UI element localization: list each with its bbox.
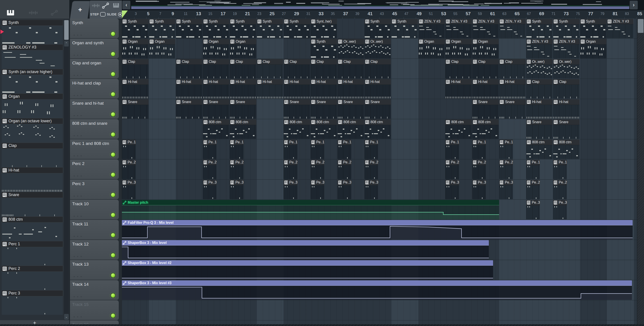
clip-header[interactable]: Snare (230, 99, 256, 105)
pattern-clip-perc[interactable]: Pe..3 (122, 180, 136, 199)
track-header-track-11[interactable]: Track 11▪ ▪ ▪ (70, 220, 119, 240)
pattern-clip-hihat[interactable]: Hi-hat (553, 99, 580, 119)
clip-header[interactable]: Synth (364, 19, 391, 24)
pattern-clip-synth[interactable]: Synth (526, 19, 553, 38)
pattern-clip-perc[interactable]: Pe..1 (203, 140, 217, 159)
pattern-clip-synth[interactable]: Synth (284, 19, 310, 38)
pattern-clip-synth[interactable]: Synth (176, 19, 202, 38)
vertical-scrollbar[interactable] (637, 18, 644, 326)
pattern-clip-perc[interactable]: Pe..2 (472, 160, 486, 179)
pattern-clip-perc[interactable]: Pe..2 (310, 160, 324, 179)
automation-clip[interactable]: ShaperBox 3 - Mix level #2 (122, 260, 493, 280)
track-options-dots[interactable]: ▪ ▪ ▪ (74, 114, 82, 118)
clip-header[interactable]: Hi-hat (526, 99, 553, 105)
pattern-clip-perc[interactable]: Pe..2 (499, 160, 513, 179)
clip-header[interactable]: 808 ctm (203, 120, 230, 125)
pattern-clip-organ[interactable]: Organ (230, 39, 256, 58)
pattern-clip-synth[interactable]: Synth (122, 19, 148, 38)
track-options-dots[interactable]: ▪ ▪ ▪ (74, 315, 82, 318)
clip-header[interactable]: Or..wer) (526, 59, 553, 64)
clip-header[interactable]: Pe..3 (284, 180, 298, 185)
clip-header[interactable]: Pe..1 (364, 140, 378, 145)
pattern-clip-zen[interactable]: ZEN..Y #3 (553, 39, 580, 58)
pattern-clip-perc[interactable]: Pe..2 (122, 160, 136, 179)
clip-header[interactable]: Pe..1 (526, 160, 540, 165)
pattern-clip-organ[interactable]: Organ (149, 39, 176, 58)
track-mute-led[interactable] (110, 112, 116, 117)
pattern-clip-snare[interactable]: Snare (203, 99, 230, 119)
track-header-track-13[interactable]: Track 13▪ ▪ ▪ (70, 260, 119, 280)
track-header-808-ctm-and-snare[interactable]: 808 ctm and snare▪ ▪ ▪ (70, 119, 119, 139)
pattern-clip-hihat[interactable]: Hi-hat (203, 79, 230, 98)
clip-header[interactable]: Pe..3 (230, 180, 244, 185)
track-header-synth[interactable]: Synth▪ ▪ ▪ (70, 18, 119, 38)
pattern-clip-hihat[interactable]: Hi-hat (499, 79, 526, 98)
pattern-clip-perc[interactable]: Pe..2 (445, 160, 459, 179)
pattern-clip-snare[interactable]: Snare (364, 99, 391, 119)
clip-header[interactable]: Synth (257, 19, 283, 24)
pattern-clip-x808[interactable]: 808 ctm (553, 140, 580, 159)
pattern-clip-hihat[interactable]: Hi-hat (257, 79, 283, 98)
pattern-clip-clap[interactable]: Clap (310, 59, 337, 78)
clip-header[interactable]: 808 ctm (445, 120, 472, 125)
clip-header[interactable]: ZEN..Y #3 (553, 39, 580, 44)
track-mute-led[interactable] (110, 253, 116, 258)
clip-header[interactable]: Synth (580, 19, 607, 24)
clip-header[interactable]: Or..wer) (553, 59, 580, 64)
automation-clip[interactable]: ShaperBox 3 - Mix level (122, 240, 489, 260)
clip-header[interactable]: Hi-hat (445, 79, 472, 85)
pattern-clip-organ[interactable]: Organ (203, 39, 230, 58)
pattern-clip-perc[interactable]: Pe..2 (526, 180, 540, 199)
track-options-dots[interactable]: ▪ ▪ ▪ (74, 53, 82, 57)
pattern-item-perc-2[interactable]: Perc 2 (1, 266, 63, 290)
pattern-clip-snare[interactable]: Snare (526, 120, 553, 139)
pattern-clip-perc[interactable]: Pe..3 (338, 180, 351, 199)
automation-icon[interactable] (51, 10, 58, 16)
clip-header[interactable]: Pe..3 (310, 180, 324, 185)
pattern-clip-orlow[interactable]: Or..wer) (553, 59, 580, 78)
step-toggle[interactable] (100, 12, 106, 16)
pattern-clip-zen[interactable]: ZEN..Y #3 (526, 39, 553, 58)
clip-header[interactable]: Pe..1 (553, 160, 567, 165)
clip-header[interactable]: Pe..2 (203, 160, 217, 165)
pattern-clip-clap[interactable]: Clap (230, 59, 256, 78)
clip-header[interactable]: 808 ctm (284, 120, 310, 125)
clip-header[interactable]: Snare (284, 99, 310, 105)
track-mute-led[interactable] (110, 232, 116, 238)
pattern-clip-hihat[interactable]: Hi-hat (526, 99, 553, 119)
track-options-dots[interactable]: ▪ ▪ ▪ (74, 174, 82, 178)
automation-clip-header[interactable]: ShaperBox 3 - Mix level #3 (122, 280, 632, 286)
pattern-clip-perc[interactable]: Pe..3 (284, 180, 298, 199)
pattern-clip-x808[interactable]: 808 ctm (310, 120, 337, 139)
clip-header[interactable]: Pe..2 (445, 160, 459, 165)
pattern-clip-hihat[interactable]: Hi-hat (122, 79, 148, 98)
pattern-clip-x808[interactable]: 808 ctm (445, 120, 472, 139)
track-mute-led[interactable] (110, 132, 116, 137)
automation-clip[interactable]: ShaperBox 3 - Mix level #3 (122, 280, 632, 300)
pattern-clip-hihat[interactable]: Hi-hat (338, 79, 364, 98)
pattern-clip-clap[interactable]: Clap (284, 59, 310, 78)
track-mute-led[interactable] (110, 31, 116, 36)
pattern-clip-orlow[interactable]: Or..wer) (526, 59, 553, 78)
pattern-item-synth-an-octave-higher-[interactable]: Synth (an octave higher) (1, 69, 63, 94)
clip-header[interactable]: Clap (338, 59, 364, 64)
pattern-clip-perc[interactable]: Pe..3 (499, 180, 513, 199)
pattern-item-header[interactable]: Organ (an octave lower) (1, 118, 63, 124)
track-mute-led[interactable] (110, 313, 116, 318)
playlist-overview-scrollbar[interactable]: ‹ › (122, 0, 644, 10)
clip-header[interactable]: 808 ctm (230, 120, 256, 125)
clip-header[interactable]: Organ (472, 39, 499, 44)
pattern-clip-zen[interactable]: ZEN..Y #3 (445, 19, 472, 38)
pattern-item-808-ctm[interactable]: 808 ctm (1, 216, 63, 241)
clip-header[interactable]: Snare (122, 99, 148, 105)
track-options-dots[interactable]: ▪ ▪ ▪ (74, 194, 82, 198)
scrollbar-thumb[interactable] (64, 20, 69, 40)
pattern-clip-perc[interactable]: Pe..1 (553, 160, 567, 179)
clip-header[interactable]: Hi-hat (122, 79, 148, 85)
pattern-clip-perc[interactable]: Pe..3 (472, 180, 486, 199)
add-pattern-tab[interactable]: + (70, 1, 90, 19)
clip-header[interactable]: Organ (122, 39, 148, 44)
pattern-clip-x808[interactable]: 808 ctm (284, 120, 310, 139)
track-header-track-12[interactable]: Track 12▪ ▪ ▪ (70, 240, 119, 260)
clip-header[interactable]: Pe..2 (122, 160, 136, 165)
